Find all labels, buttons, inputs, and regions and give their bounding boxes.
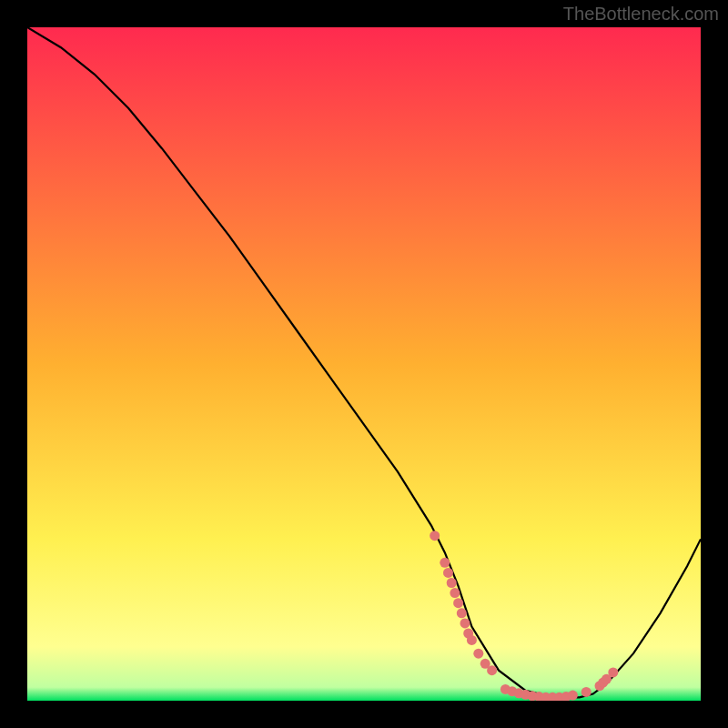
chart-plot-area — [27, 27, 701, 701]
scatter-point — [453, 598, 463, 608]
watermark-text: TheBottleneck.com — [563, 4, 719, 25]
scatter-point — [457, 608, 467, 618]
chart-background — [27, 27, 701, 701]
scatter-point — [568, 691, 578, 701]
scatter-point — [460, 618, 470, 628]
scatter-point — [608, 667, 618, 677]
scatter-point — [581, 687, 592, 697]
scatter-point — [443, 568, 453, 578]
scatter-point — [430, 531, 440, 541]
chart-svg — [27, 27, 701, 701]
scatter-point — [450, 588, 460, 598]
scatter-point — [473, 649, 483, 659]
scatter-point — [467, 635, 477, 645]
scatter-point — [440, 558, 450, 568]
scatter-point — [487, 665, 497, 675]
scatter-point — [447, 578, 457, 588]
